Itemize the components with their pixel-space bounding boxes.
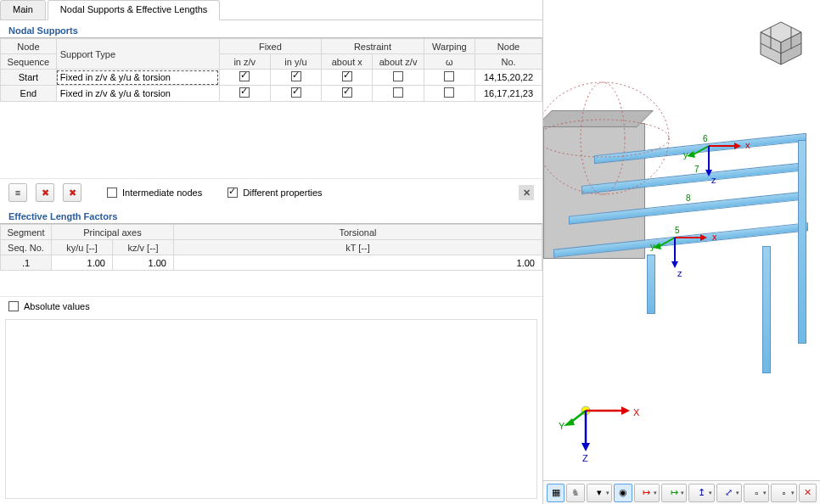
nodal-supports-table: Node Support Type Fixed Restraint Warpin… (0, 38, 542, 102)
svg-marker-18 (671, 261, 678, 268)
section-nodal-supports-title: Nodal Supports (0, 20, 542, 38)
view-y-button[interactable]: ↦ (661, 484, 687, 502)
layer-button[interactable]: ▫ (771, 484, 796, 502)
absolute-values-checkbox[interactable]: Absolute values (8, 301, 90, 311)
effective-lengths-controls: Absolute values (0, 296, 542, 316)
col-torsional: Torsional (174, 225, 542, 240)
member-label: 7 (694, 165, 699, 174)
nodal-supports-controls: ≡ ✖ ✖ Intermediate nodes Different prope… (0, 178, 542, 206)
section-effective-lengths-title: Effective Length Factors (0, 206, 542, 224)
view-x-button[interactable]: ↦ (634, 484, 660, 502)
tab-nodal-supports[interactable]: Nodal Supports & Effective Lengths (48, 0, 220, 20)
col-fixed: Fixed (219, 39, 322, 54)
cell-about-x[interactable] (322, 86, 373, 102)
cell-about-zv[interactable] (373, 70, 424, 86)
svg-point-28 (581, 82, 625, 194)
display-button[interactable]: ▫ (744, 484, 769, 502)
cell-fixed-yu[interactable] (270, 86, 321, 102)
col-node-sequence2: Sequence (1, 54, 57, 70)
col-kyu: ky/u [--] (52, 240, 113, 255)
col-in-zv: in z/v (219, 54, 270, 70)
axis-y-label: Y (559, 421, 564, 431)
col-omega: ω (424, 54, 475, 70)
col-support-type: Support Type (56, 39, 219, 70)
left-panel: Main Nodal Supports & Effective Lengths … (0, 0, 543, 504)
view-z-button[interactable]: ↥ (688, 484, 714, 502)
cell-fixed-zv[interactable] (219, 86, 270, 102)
col-in-yu: in y/u (270, 54, 321, 70)
col-warping: Warping (424, 39, 475, 54)
cell-node-no: 14,15,20,22 (475, 70, 542, 86)
table-row[interactable]: .11.001.001.00 (1, 255, 542, 271)
effective-lengths-table: Segment Principal axes Torsional Seq. No… (0, 224, 542, 271)
cell-warping[interactable] (424, 70, 475, 86)
right-panel: 6 7 8 5 x y z x y z X (543, 0, 820, 504)
view-iso-button[interactable]: ⤢ (716, 484, 742, 502)
axis-x-label: X (633, 407, 639, 417)
col-principal: Principal axes (52, 225, 174, 240)
zoom-fit-button[interactable]: ✕ (799, 484, 817, 502)
copy-supports-icon[interactable]: ✖ (36, 183, 54, 202)
show-results-button[interactable]: ◉ (614, 484, 632, 502)
cell-node-no: 16,17,21,23 (475, 86, 542, 102)
svg-point-27 (543, 120, 669, 157)
nav-cube-icon[interactable] (755, 17, 806, 68)
svg-point-26 (543, 82, 669, 194)
intermediate-nodes-label: Intermediate nodes (122, 188, 202, 198)
cell-about-zv[interactable] (373, 86, 424, 102)
intermediate-nodes-checkbox[interactable]: Intermediate nodes (107, 188, 202, 198)
show-loads-button[interactable]: ▾ (587, 484, 612, 502)
view-solid-button[interactable]: ▦ (547, 484, 564, 502)
cell-kyu[interactable]: 1.00 (52, 255, 113, 271)
cell-about-x[interactable] (322, 70, 373, 86)
different-properties-label: Different properties (243, 188, 322, 198)
cell-seq-no: .1 (1, 255, 52, 271)
col-about-x: about x (322, 54, 373, 70)
cell-warping[interactable] (424, 86, 475, 102)
local-axes-icon (700, 137, 743, 180)
cell-kzv[interactable]: 1.00 (113, 255, 174, 271)
axis-z-label: Z (582, 453, 588, 463)
view-wire-button[interactable]: ♞ (566, 484, 584, 502)
cell-fixed-zv[interactable] (219, 70, 270, 86)
local-axes-icon (666, 229, 709, 272)
cell-kt[interactable]: 1.00 (174, 255, 542, 271)
cell-sequence: Start (1, 70, 57, 86)
svg-marker-21 (621, 406, 630, 415)
viewport-toolbar: ▦ ♞ ▾ ◉ ↦ ↦ ↥ ⤢ ▫ ▫ ✕ (543, 480, 820, 504)
svg-marker-8 (734, 143, 741, 149)
col-kzv: kz/v [--] (113, 240, 174, 255)
delete-supports-icon[interactable]: ✖ (63, 183, 81, 202)
col-kt: kT [--] (174, 240, 542, 255)
col-node: Node (475, 39, 542, 54)
empty-panel (5, 319, 537, 499)
global-axes-icon (569, 394, 645, 462)
svg-marker-25 (581, 443, 590, 451)
edit-supports-icon[interactable]: ≡ (8, 183, 27, 202)
col-node-no: No. (475, 54, 542, 70)
cell-support-type[interactable]: Fixed in z/v & y/u & torsion (56, 86, 219, 102)
table-row[interactable]: EndFixed in z/v & y/u & torsion16,17,21,… (1, 86, 542, 102)
col-seq-no: Seq. No. (1, 240, 52, 255)
col-node-sequence: Node (1, 39, 57, 54)
col-about-zv: about z/v (373, 54, 424, 70)
tab-main[interactable]: Main (0, 0, 46, 20)
different-properties-checkbox[interactable]: Different properties (227, 188, 322, 198)
tab-bar: Main Nodal Supports & Effective Lengths (0, 0, 542, 20)
table-row[interactable]: StartFixed in z/v & y/u & torsion14,15,2… (1, 70, 542, 86)
svg-marker-14 (700, 234, 707, 241)
rotation-sphere-icon (543, 81, 688, 216)
close-nodal-supports-icon[interactable]: ✕ (519, 185, 534, 200)
viewport-3d[interactable]: 6 7 8 5 x y z x y z X (543, 0, 820, 477)
col-segment: Segment (1, 225, 52, 240)
cell-sequence: End (1, 86, 57, 102)
absolute-values-label: Absolute values (24, 301, 90, 311)
cell-support-type[interactable]: Fixed in z/v & y/u & torsion (56, 70, 219, 86)
col-restraint: Restraint (322, 39, 424, 54)
cell-fixed-yu[interactable] (270, 70, 321, 86)
